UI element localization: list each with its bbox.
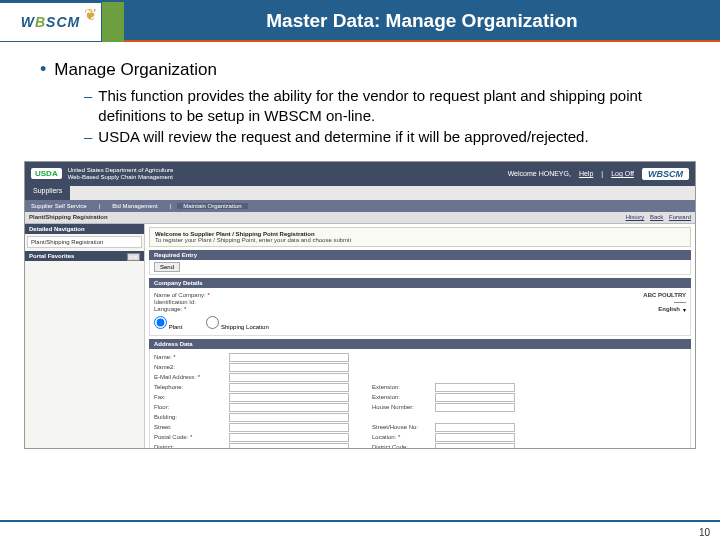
sidebar: Detailed Navigation Plant/Shipping Regis… (25, 224, 145, 449)
back-link[interactable]: Back (650, 214, 663, 220)
input-postal[interactable] (229, 433, 349, 442)
label-name2: Name2: (154, 364, 226, 370)
input-name[interactable] (229, 353, 349, 362)
welcome-user: Welcome HONEYG, (508, 170, 571, 177)
value-id: —— (674, 299, 686, 305)
input-house[interactable] (435, 403, 515, 412)
crumb-3[interactable]: Maintain Organization (177, 203, 247, 209)
input-floor[interactable] (229, 403, 349, 412)
input-street[interactable] (229, 423, 349, 432)
input-email[interactable] (229, 373, 349, 382)
logo-b: B (35, 14, 46, 30)
address-form: Name: * Name2: E-Mail Address: * Telepho… (149, 349, 691, 449)
bullet-content: • Manage Organization – This function pr… (0, 42, 720, 155)
page-number: 10 (699, 527, 710, 538)
input-district2[interactable] (435, 443, 515, 449)
label-name: Name: * (154, 354, 226, 360)
radio-shipping[interactable] (206, 316, 219, 329)
label-telephone: Telephone: (154, 384, 226, 390)
usda-line2: Web-Based Supply Chain Management (68, 174, 174, 181)
logo-rest: SCM (46, 14, 80, 30)
sidebar-fav-label: Portal Favorites (29, 253, 74, 259)
green-accent (102, 2, 124, 42)
input-name2[interactable] (229, 363, 349, 372)
main-pane: Welcome to Supplier Plant / Shipping Poi… (145, 224, 695, 449)
tab-suppliers[interactable]: Suppliers (25, 186, 70, 200)
label-street: Street: (154, 424, 226, 430)
help-link[interactable]: Help (579, 170, 593, 177)
header-strip: WBSCM ❦ Master Data: Manage Organization (0, 2, 720, 42)
sub-bullet-1: This function provides the ability for t… (98, 86, 690, 125)
bullet-main-text: Manage Organization (54, 60, 217, 80)
forward-link[interactable]: Forward (669, 214, 691, 220)
radio-plant[interactable] (154, 316, 167, 329)
page-subtitle-bar: Plant/Shipping Registration History Back… (25, 212, 695, 224)
sidebar-header: Detailed Navigation (25, 224, 144, 234)
input-ext2[interactable] (435, 393, 515, 402)
reg-title: Plant/Shipping Registration (29, 214, 108, 220)
label-ext: Extension: (372, 384, 432, 390)
label-building: Building: (154, 414, 226, 420)
label-ext2: Extension: (372, 394, 432, 400)
sidebar-favorites-header: Portal Favorites □ × (25, 251, 144, 261)
label-radio-shipping: Shipping Location (221, 324, 269, 330)
label-postal: Postal Code: * (154, 434, 226, 440)
input-ext[interactable] (435, 383, 515, 392)
logoff-link[interactable]: Log Off (611, 170, 634, 177)
input-street2[interactable] (435, 423, 515, 432)
label-email: E-Mail Address: * (154, 374, 226, 380)
crumb-2[interactable]: Bid Management (106, 203, 163, 209)
input-building[interactable] (229, 413, 349, 422)
label-company-name: Name of Company: * (154, 292, 226, 298)
wbscm-mini-logo: WBSCM (642, 168, 689, 180)
label-street2: Street/House No: (372, 424, 432, 430)
usda-logo: USDA (31, 168, 62, 179)
label-fax: Fax: (154, 394, 226, 400)
input-location[interactable] (435, 433, 515, 442)
logo-w: W (21, 14, 35, 30)
bullet-icon: • (40, 60, 46, 80)
crumb-1[interactable]: Supplier Self Service (25, 203, 93, 209)
breadcrumb: Supplier Self Service | Bid Management |… (25, 200, 695, 212)
dash-icon: – (84, 86, 92, 125)
input-telephone[interactable] (229, 383, 349, 392)
value-company-name: ABC POULTRY (643, 292, 686, 298)
address-section-header: Address Data (149, 339, 691, 349)
tab-row: Suppliers (25, 186, 695, 200)
history-link[interactable]: History (626, 214, 645, 220)
sidebar-item-registration[interactable]: Plant/Shipping Registration (27, 236, 142, 248)
required-entry-bar: Required Entry (149, 250, 691, 260)
footer-rule (0, 520, 720, 522)
label-language: Language: * (154, 306, 226, 312)
company-section-header: Company Details (149, 278, 691, 288)
sub-bullet-2: USDA will review the request and determi… (98, 127, 588, 147)
company-form: Name of Company: *ABC POULTRY Identifica… (149, 288, 691, 336)
label-radio-plant: Plant (169, 324, 183, 330)
send-button[interactable]: Send (154, 262, 180, 272)
wbscm-logo: WBSCM ❦ (0, 2, 102, 42)
input-district[interactable] (229, 443, 349, 449)
label-floor: Floor: (154, 404, 226, 410)
input-fax[interactable] (229, 393, 349, 402)
value-language: English (658, 306, 680, 312)
label-id: Identification Id: (154, 299, 226, 305)
usda-header: USDA United States Department of Agricul… (25, 162, 695, 186)
sidebar-collapse-icon[interactable]: □ × (127, 253, 140, 261)
welcome-box: Welcome to Supplier Plant / Shipping Poi… (149, 227, 691, 247)
wheat-icon: ❦ (84, 5, 97, 24)
embedded-screenshot: USDA United States Department of Agricul… (24, 161, 696, 449)
label-district2: District Code: (372, 444, 432, 449)
label-house: House Number: (372, 404, 432, 410)
label-district: District: (154, 444, 226, 449)
usda-line1: United States Department of Agriculture (68, 167, 174, 174)
slide-title: Master Data: Manage Organization (124, 2, 720, 42)
dash-icon: – (84, 127, 92, 147)
label-location: Location: * (372, 434, 432, 440)
welcome-sub: To register your Plant / Shipping Point,… (155, 237, 685, 243)
